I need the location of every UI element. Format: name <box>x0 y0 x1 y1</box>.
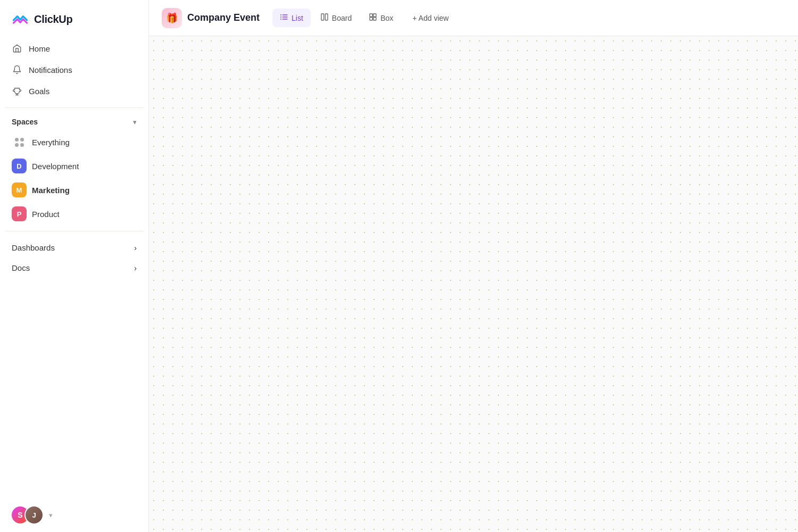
tab-box[interactable]: Box <box>361 9 401 27</box>
project-icon: 🎁 <box>162 8 182 28</box>
home-icon <box>12 43 22 54</box>
clickup-logo-icon <box>11 10 30 29</box>
tab-list-label: List <box>292 14 303 22</box>
spaces-title: Spaces <box>12 118 38 126</box>
bell-icon <box>12 64 22 75</box>
sidebar-item-notifications-label: Notifications <box>29 65 72 74</box>
svg-rect-8 <box>321 14 324 20</box>
avatar-chevron-icon[interactable]: ▾ <box>49 511 53 519</box>
space-badge-product: P <box>12 206 27 221</box>
topbar: 🎁 Company Event List <box>149 0 798 36</box>
space-item-product[interactable]: P Product <box>5 202 143 226</box>
trophy-icon <box>12 86 22 96</box>
space-label-marketing: Marketing <box>32 186 70 195</box>
tab-board[interactable]: Board <box>313 9 359 27</box>
docs-label: Docs <box>12 263 30 272</box>
project-header: 🎁 Company Event <box>162 8 260 28</box>
avatar-group[interactable]: S J <box>11 505 44 525</box>
svg-rect-9 <box>325 14 328 20</box>
sidebar-bottom: S J ▾ <box>0 498 148 532</box>
sidebar-item-goals-label: Goals <box>29 87 49 96</box>
avatar-img: J <box>24 505 44 525</box>
divider-2 <box>5 231 143 231</box>
nav-item-dashboards[interactable]: Dashboards › <box>5 238 143 257</box>
main-content: 🎁 Company Event List <box>149 0 798 532</box>
space-item-everything[interactable]: Everything <box>5 130 143 154</box>
add-view-button[interactable]: + Add view <box>405 10 456 27</box>
sidebar-item-home-label: Home <box>29 44 50 53</box>
section-nav: Dashboards › Docs › <box>0 236 148 280</box>
svg-rect-12 <box>370 18 372 20</box>
space-badge-development: D <box>12 159 27 173</box>
nav-item-docs[interactable]: Docs › <box>5 258 143 278</box>
svg-point-5 <box>280 14 281 15</box>
dashboards-chevron-icon: › <box>134 243 137 252</box>
logo-area: ClickUp <box>0 0 148 36</box>
sidebar-item-goals[interactable]: Goals <box>5 81 143 101</box>
list-tab-icon <box>280 13 288 23</box>
svg-rect-11 <box>373 14 376 16</box>
docs-chevron-icon: › <box>134 263 137 272</box>
view-tabs: List Board <box>272 9 456 27</box>
box-tab-icon <box>369 13 377 23</box>
space-label-development: Development <box>32 162 79 171</box>
space-item-development[interactable]: D Development <box>5 154 143 178</box>
dashboards-label: Dashboards <box>12 243 55 252</box>
space-label-product: Product <box>32 210 60 219</box>
divider-1 <box>5 107 143 108</box>
sidebar-nav: Home Notifications <box>0 36 148 103</box>
svg-rect-13 <box>373 18 376 20</box>
add-view-label: + Add view <box>412 14 448 22</box>
sidebar: ClickUp Home Notifications <box>0 0 149 532</box>
everything-dots-icon <box>12 135 27 149</box>
spaces-header[interactable]: Spaces ▾ <box>0 112 148 129</box>
tab-board-label: Board <box>332 14 352 22</box>
logo-text: ClickUp <box>34 13 72 26</box>
spaces-list: Everything D Development M Marketing P P… <box>0 129 148 227</box>
svg-rect-10 <box>370 14 372 16</box>
space-item-marketing[interactable]: M Marketing <box>5 178 143 202</box>
space-badge-marketing: M <box>12 182 27 197</box>
spaces-chevron-icon: ▾ <box>133 118 137 126</box>
board-tab-icon <box>320 13 329 23</box>
sidebar-item-notifications[interactable]: Notifications <box>5 60 143 80</box>
content-area <box>149 36 798 532</box>
svg-point-7 <box>280 19 281 20</box>
tab-list[interactable]: List <box>272 9 311 27</box>
sidebar-item-home[interactable]: Home <box>5 38 143 59</box>
space-label-everything: Everything <box>32 138 70 147</box>
svg-point-6 <box>280 16 281 18</box>
project-name: Company Event <box>187 12 260 23</box>
tab-box-label: Box <box>380 14 393 22</box>
